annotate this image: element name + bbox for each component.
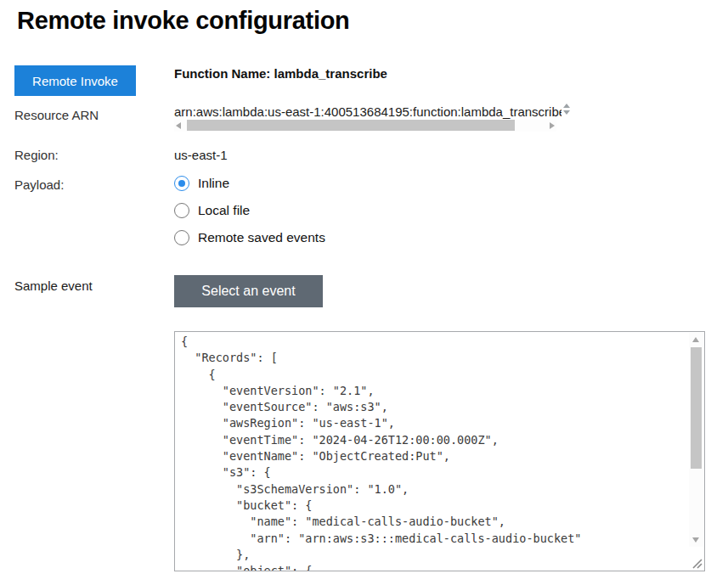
resize-handle-icon[interactable] (562, 103, 571, 115)
function-name-text: Function Name: lambda_transcribe (174, 66, 387, 81)
scroll-right-icon[interactable] (550, 122, 555, 129)
radio-local-file-label: Local file (198, 203, 250, 218)
scroll-down-icon[interactable] (692, 537, 699, 543)
radio-inline-label: Inline (198, 176, 229, 191)
radio-selected-icon[interactable] (174, 176, 189, 191)
page-title: Remote invoke configuration (17, 7, 350, 35)
payload-label: Payload: (14, 177, 64, 192)
resource-arn-label: Resource ARN (14, 108, 99, 122)
scroll-left-icon[interactable] (176, 122, 181, 129)
resize-grip-icon[interactable] (691, 557, 703, 569)
sample-event-label: Sample event (14, 278, 93, 293)
remote-invoke-button[interactable]: Remote Invoke (14, 65, 136, 96)
arn-horizontal-scrollbar[interactable] (174, 120, 556, 132)
radio-unselected-icon[interactable] (174, 230, 189, 245)
editor-vertical-scrollbar[interactable] (689, 333, 703, 547)
arrow-up-icon (563, 104, 570, 108)
arrow-down-icon (563, 110, 570, 115)
radio-unselected-icon[interactable] (174, 203, 189, 218)
scroll-up-icon[interactable] (692, 337, 699, 342)
select-event-button[interactable]: Select an event (174, 275, 323, 307)
scrollbar-thumb[interactable] (187, 120, 515, 131)
payload-json-editor[interactable]: { "Records": [ { "eventVersion": "2.1", … (174, 331, 705, 571)
region-label: Region: (14, 148, 59, 162)
scrollbar-thumb[interactable] (691, 347, 702, 469)
payload-json-content[interactable]: { "Records": [ { "eventVersion": "2.1", … (175, 332, 704, 571)
remote-invoke-panel: Remote invoke configuration Remote Invok… (0, 0, 728, 585)
resource-arn-input[interactable]: arn:aws:lambda:us-east-1:400513684195:fu… (174, 104, 562, 120)
radio-remote-saved-events-label: Remote saved events (198, 230, 325, 245)
region-value: us-east-1 (174, 148, 228, 162)
